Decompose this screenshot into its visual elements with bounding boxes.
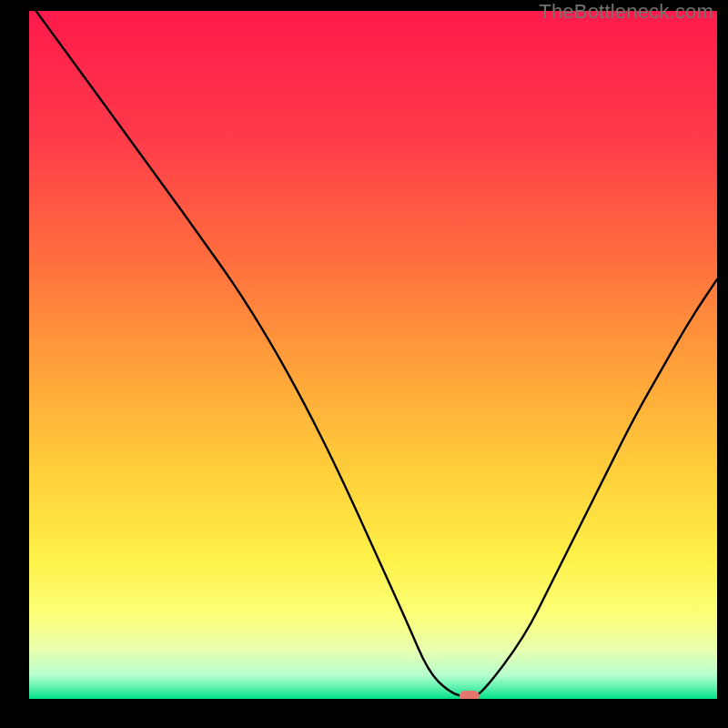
plot-area [29, 11, 717, 699]
gradient-background [29, 11, 717, 699]
optimal-marker [460, 691, 480, 699]
attribution-text: TheBottleneck.com [539, 0, 713, 24]
chart-svg [29, 11, 717, 699]
chart-frame: TheBottleneck.com [0, 0, 728, 728]
